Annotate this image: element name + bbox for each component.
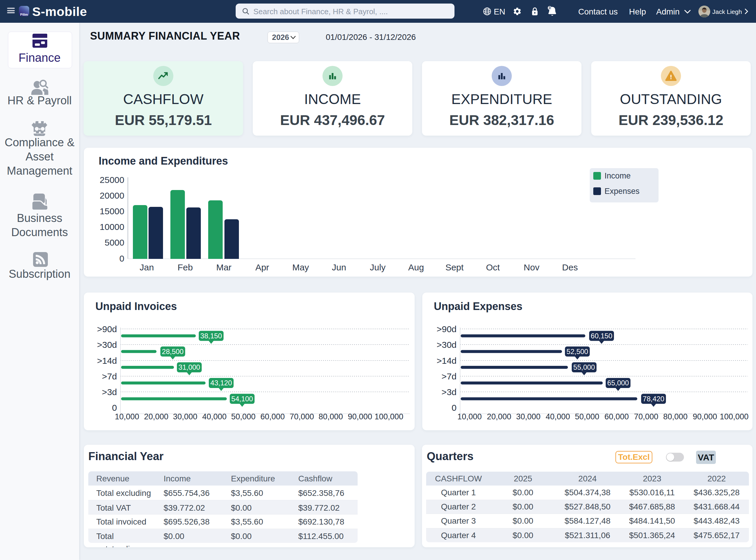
svg-text:Mar: Mar [216, 262, 232, 272]
svg-text:May: May [292, 262, 309, 272]
svg-text:5000: 5000 [105, 238, 124, 247]
svg-text:20,000: 20,000 [144, 412, 169, 421]
svg-text:30,000: 30,000 [173, 412, 197, 421]
svg-text:Jun: Jun [332, 262, 346, 272]
svg-text:54,100: 54,100 [231, 395, 253, 403]
svg-text:60,000: 60,000 [260, 412, 285, 421]
svg-text:38,150: 38,150 [200, 332, 222, 340]
svg-text:>7d: >7d [102, 372, 117, 381]
svg-text:>30d: >30d [97, 340, 117, 349]
svg-text:100,000: 100,000 [375, 412, 403, 421]
svg-text:Aug: Aug [408, 262, 424, 272]
svg-text:90,000: 90,000 [348, 412, 372, 421]
svg-text:>3d: >3d [441, 387, 457, 397]
svg-text:20,000: 20,000 [487, 412, 511, 421]
svg-text:15000: 15000 [100, 206, 124, 216]
svg-text:10,000: 10,000 [458, 412, 482, 421]
svg-text:60,150: 60,150 [591, 332, 612, 340]
svg-text:50,000: 50,000 [575, 412, 600, 421]
svg-text:50,000: 50,000 [231, 412, 256, 421]
svg-text:July: July [370, 262, 385, 272]
svg-text:90,000: 90,000 [693, 412, 717, 421]
svg-text:70,000: 70,000 [290, 412, 314, 421]
svg-text:25000: 25000 [100, 175, 124, 185]
svg-text:0: 0 [119, 254, 124, 263]
svg-text:>90d: >90d [437, 324, 457, 334]
svg-text:Jan: Jan [140, 262, 154, 272]
svg-text:0: 0 [451, 403, 457, 413]
svg-text:Feb: Feb [177, 262, 193, 272]
svg-text:10000: 10000 [100, 222, 124, 232]
svg-text:Sept: Sept [445, 262, 464, 272]
svg-text:70,000: 70,000 [634, 412, 658, 421]
svg-text:Apr: Apr [255, 262, 269, 272]
svg-text:55,000: 55,000 [573, 363, 595, 371]
svg-text:Oct: Oct [486, 262, 500, 272]
svg-text:Income: Income [605, 172, 631, 180]
svg-text:Nov: Nov [524, 262, 539, 272]
svg-text:>14d: >14d [97, 356, 117, 365]
svg-text:Des: Des [562, 262, 578, 272]
svg-text:>30d: >30d [437, 340, 457, 349]
svg-text:28,500: 28,500 [162, 347, 183, 356]
svg-text:20000: 20000 [100, 191, 124, 200]
svg-text:40,000: 40,000 [546, 412, 570, 421]
svg-text:0: 0 [112, 403, 117, 413]
svg-text:43,120: 43,120 [210, 379, 232, 387]
svg-text:52,500: 52,500 [566, 347, 588, 356]
svg-text:100,000: 100,000 [720, 412, 749, 421]
svg-text:3: 3 [549, 6, 550, 9]
svg-text:Expenses: Expenses [605, 187, 639, 196]
svg-text:80,000: 80,000 [319, 412, 343, 421]
svg-text:78,420: 78,420 [643, 395, 664, 403]
svg-text:>14d: >14d [437, 356, 457, 365]
svg-text:>90d: >90d [97, 324, 117, 334]
svg-text:40,000: 40,000 [202, 412, 227, 421]
svg-text:10,000: 10,000 [115, 412, 140, 421]
svg-text:31,000: 31,000 [178, 363, 200, 371]
svg-text:80,000: 80,000 [663, 412, 688, 421]
svg-text:>7d: >7d [441, 372, 457, 381]
svg-text:60,000: 60,000 [605, 412, 629, 421]
svg-text:>3d: >3d [102, 387, 117, 397]
svg-text:65,000: 65,000 [607, 379, 629, 387]
svg-text:30,000: 30,000 [516, 412, 541, 421]
